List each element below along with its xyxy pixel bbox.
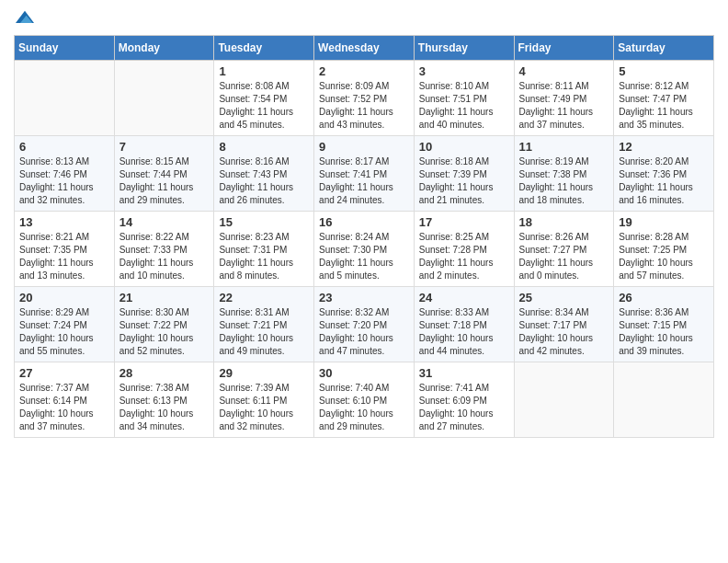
day-info: Sunrise: 7:40 AM Sunset: 6:10 PM Dayligh… (319, 382, 409, 433)
day-number: 29 (219, 366, 309, 380)
day-info: Sunrise: 8:34 AM Sunset: 7:17 PM Dayligh… (519, 306, 609, 358)
col-header-saturday: Saturday (614, 36, 714, 61)
day-number: 7 (119, 140, 210, 154)
day-number: 18 (519, 215, 609, 229)
week-row-4: 20Sunrise: 8:29 AM Sunset: 7:24 PM Dayli… (15, 287, 714, 362)
day-number: 10 (419, 140, 509, 154)
day-cell: 7Sunrise: 8:15 AM Sunset: 7:44 PM Daylig… (114, 136, 214, 212)
day-cell: 4Sunrise: 8:11 AM Sunset: 7:49 PM Daylig… (514, 61, 614, 136)
day-info: Sunrise: 8:23 AM Sunset: 7:31 PM Dayligh… (219, 231, 309, 282)
calendar-table: SundayMondayTuesdayWednesdayThursdayFrid… (14, 35, 714, 438)
day-number: 16 (319, 215, 409, 229)
day-number: 21 (119, 291, 210, 304)
day-info: Sunrise: 8:25 AM Sunset: 7:28 PM Dayligh… (419, 231, 509, 282)
day-number: 19 (619, 215, 709, 229)
day-number: 13 (19, 215, 109, 229)
day-cell: 27Sunrise: 7:37 AM Sunset: 6:14 PM Dayli… (15, 362, 115, 438)
col-header-thursday: Thursday (414, 36, 514, 61)
day-info: Sunrise: 8:09 AM Sunset: 7:52 PM Dayligh… (319, 80, 409, 132)
col-header-tuesday: Tuesday (214, 36, 314, 61)
day-number: 1 (219, 64, 309, 78)
day-number: 11 (519, 140, 609, 154)
day-cell: 3Sunrise: 8:10 AM Sunset: 7:51 PM Daylig… (414, 61, 514, 136)
day-cell: 30Sunrise: 7:40 AM Sunset: 6:10 PM Dayli… (314, 362, 415, 438)
day-number: 4 (519, 64, 609, 78)
day-cell: 2Sunrise: 8:09 AM Sunset: 7:52 PM Daylig… (314, 61, 415, 136)
day-number: 15 (219, 215, 309, 229)
col-header-wednesday: Wednesday (314, 36, 415, 61)
day-cell: 28Sunrise: 7:38 AM Sunset: 6:13 PM Dayli… (114, 362, 214, 438)
week-row-2: 6Sunrise: 8:13 AM Sunset: 7:46 PM Daylig… (15, 136, 714, 212)
day-number: 24 (419, 291, 509, 304)
day-number: 23 (319, 291, 409, 304)
day-info: Sunrise: 7:38 AM Sunset: 6:13 PM Dayligh… (119, 382, 210, 433)
day-cell: 14Sunrise: 8:22 AM Sunset: 7:33 PM Dayli… (114, 212, 214, 287)
day-number: 25 (519, 291, 609, 304)
day-info: Sunrise: 8:19 AM Sunset: 7:38 PM Dayligh… (519, 155, 609, 207)
day-cell: 21Sunrise: 8:30 AM Sunset: 7:22 PM Dayli… (114, 287, 214, 362)
day-info: Sunrise: 8:12 AM Sunset: 7:47 PM Dayligh… (619, 80, 709, 132)
day-cell: 15Sunrise: 8:23 AM Sunset: 7:31 PM Dayli… (214, 212, 314, 287)
day-cell (514, 362, 614, 438)
day-cell: 1Sunrise: 8:08 AM Sunset: 7:54 PM Daylig… (214, 61, 314, 136)
day-number: 30 (319, 366, 409, 380)
day-cell: 8Sunrise: 8:16 AM Sunset: 7:43 PM Daylig… (214, 136, 314, 212)
day-cell: 31Sunrise: 7:41 AM Sunset: 6:09 PM Dayli… (414, 362, 514, 438)
logo (14, 9, 34, 28)
day-cell (15, 61, 115, 136)
page-header (14, 9, 714, 28)
day-cell: 23Sunrise: 8:32 AM Sunset: 7:20 PM Dayli… (314, 287, 415, 362)
day-info: Sunrise: 7:37 AM Sunset: 6:14 PM Dayligh… (19, 382, 109, 433)
day-number: 26 (619, 291, 709, 304)
day-info: Sunrise: 7:39 AM Sunset: 6:11 PM Dayligh… (219, 382, 309, 433)
logo-text (14, 9, 34, 28)
day-info: Sunrise: 8:21 AM Sunset: 7:35 PM Dayligh… (19, 231, 109, 282)
day-number: 31 (419, 366, 509, 380)
page-container: SundayMondayTuesdayWednesdayThursdayFrid… (0, 0, 728, 447)
logo-icon (16, 9, 34, 28)
day-info: Sunrise: 8:13 AM Sunset: 7:46 PM Dayligh… (19, 155, 109, 207)
week-row-1: 1Sunrise: 8:08 AM Sunset: 7:54 PM Daylig… (15, 61, 714, 136)
day-info: Sunrise: 8:16 AM Sunset: 7:43 PM Dayligh… (219, 155, 309, 207)
day-cell: 29Sunrise: 7:39 AM Sunset: 6:11 PM Dayli… (214, 362, 314, 438)
day-number: 8 (219, 140, 309, 154)
week-row-3: 13Sunrise: 8:21 AM Sunset: 7:35 PM Dayli… (15, 212, 714, 287)
col-header-monday: Monday (114, 36, 214, 61)
day-number: 17 (419, 215, 509, 229)
day-cell: 10Sunrise: 8:18 AM Sunset: 7:39 PM Dayli… (414, 136, 514, 212)
day-info: Sunrise: 8:32 AM Sunset: 7:20 PM Dayligh… (319, 306, 409, 358)
week-row-5: 27Sunrise: 7:37 AM Sunset: 6:14 PM Dayli… (15, 362, 714, 438)
day-info: Sunrise: 8:29 AM Sunset: 7:24 PM Dayligh… (19, 306, 109, 358)
day-cell: 9Sunrise: 8:17 AM Sunset: 7:41 PM Daylig… (314, 136, 415, 212)
day-info: Sunrise: 7:41 AM Sunset: 6:09 PM Dayligh… (419, 382, 509, 433)
day-info: Sunrise: 8:31 AM Sunset: 7:21 PM Dayligh… (219, 306, 309, 358)
day-info: Sunrise: 8:22 AM Sunset: 7:33 PM Dayligh… (119, 231, 210, 282)
day-info: Sunrise: 8:33 AM Sunset: 7:18 PM Dayligh… (419, 306, 509, 358)
day-cell: 17Sunrise: 8:25 AM Sunset: 7:28 PM Dayli… (414, 212, 514, 287)
day-info: Sunrise: 8:11 AM Sunset: 7:49 PM Dayligh… (519, 80, 609, 132)
day-cell (614, 362, 714, 438)
day-cell: 18Sunrise: 8:26 AM Sunset: 7:27 PM Dayli… (514, 212, 614, 287)
day-number: 22 (219, 291, 309, 304)
day-number: 2 (319, 64, 409, 78)
day-number: 20 (19, 291, 109, 304)
day-info: Sunrise: 8:17 AM Sunset: 7:41 PM Dayligh… (319, 155, 409, 207)
col-header-friday: Friday (514, 36, 614, 61)
day-cell (114, 61, 214, 136)
day-info: Sunrise: 8:20 AM Sunset: 7:36 PM Dayligh… (619, 155, 709, 207)
day-cell: 24Sunrise: 8:33 AM Sunset: 7:18 PM Dayli… (414, 287, 514, 362)
day-number: 12 (619, 140, 709, 154)
day-number: 5 (619, 64, 709, 78)
day-info: Sunrise: 8:24 AM Sunset: 7:30 PM Dayligh… (319, 231, 409, 282)
day-number: 28 (119, 366, 210, 380)
day-number: 6 (19, 140, 109, 154)
day-cell: 20Sunrise: 8:29 AM Sunset: 7:24 PM Dayli… (15, 287, 115, 362)
day-info: Sunrise: 8:10 AM Sunset: 7:51 PM Dayligh… (419, 80, 509, 132)
day-info: Sunrise: 8:15 AM Sunset: 7:44 PM Dayligh… (119, 155, 210, 207)
day-cell: 25Sunrise: 8:34 AM Sunset: 7:17 PM Dayli… (514, 287, 614, 362)
day-cell: 22Sunrise: 8:31 AM Sunset: 7:21 PM Dayli… (214, 287, 314, 362)
day-cell: 13Sunrise: 8:21 AM Sunset: 7:35 PM Dayli… (15, 212, 115, 287)
day-cell: 6Sunrise: 8:13 AM Sunset: 7:46 PM Daylig… (15, 136, 115, 212)
day-info: Sunrise: 8:08 AM Sunset: 7:54 PM Dayligh… (219, 80, 309, 132)
day-info: Sunrise: 8:30 AM Sunset: 7:22 PM Dayligh… (119, 306, 210, 358)
